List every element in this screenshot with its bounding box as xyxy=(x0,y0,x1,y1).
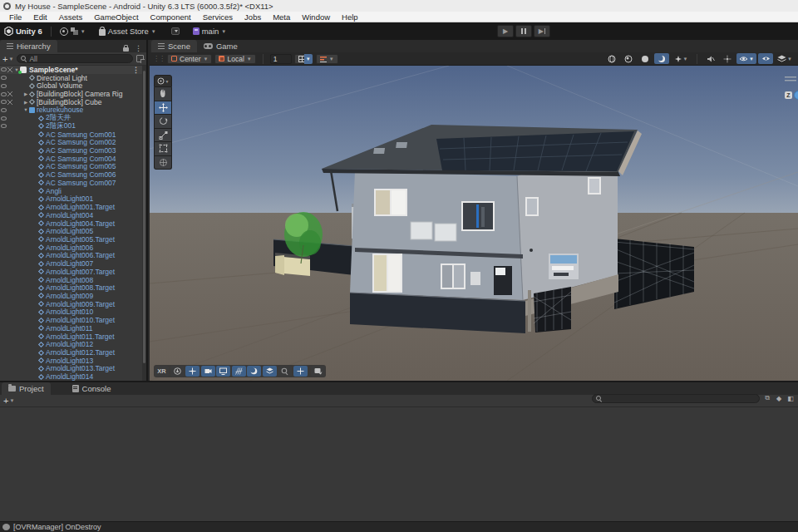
hand-tool-button[interactable] xyxy=(154,87,172,101)
menu-item-component[interactable]: Component xyxy=(145,12,197,22)
hierarchy-item[interactable]: ArnoldLight001.Target xyxy=(0,203,146,211)
axis-z-handle[interactable] xyxy=(794,91,798,100)
hierarchy-item[interactable]: ArnoldLight006 xyxy=(0,244,146,252)
hierarchy-item[interactable]: 2階床001 xyxy=(0,122,146,131)
hierarchy-item[interactable]: ArnoldLight014 xyxy=(0,372,146,381)
expand-arrow-icon[interactable]: ▼ xyxy=(22,107,29,112)
hierarchy-item[interactable]: Global Volume xyxy=(0,81,146,90)
move-tool-button[interactable] xyxy=(154,101,172,116)
create-object-button[interactable]: +▼ xyxy=(2,54,13,64)
hierarchy-item[interactable]: ArnoldLight005 xyxy=(0,227,146,235)
pick-toggle-icon[interactable] xyxy=(7,67,12,72)
hierarchy-item[interactable]: ArnoldLight011 xyxy=(0,324,146,332)
hierarchy-item[interactable]: ArnoldLight007.Target xyxy=(0,268,146,276)
eye-toggle-icon[interactable] xyxy=(1,100,7,104)
toolbar-grip[interactable]: ⋮⋮ xyxy=(153,55,165,62)
eye-toggle-icon[interactable] xyxy=(1,116,7,121)
eye-toggle-icon[interactable] xyxy=(1,67,7,71)
step-button[interactable]: ▶ xyxy=(534,25,550,37)
hierarchy-item[interactable]: AC Samsung Com006 xyxy=(0,170,146,179)
menu-item-window[interactable]: Window xyxy=(296,12,336,22)
scene-visibility-dropdown[interactable]: ▼ xyxy=(736,53,756,64)
audio-mute-toggle[interactable] xyxy=(703,53,718,64)
hierarchy-item[interactable]: ArnoldLight008.Target xyxy=(0,283,146,292)
scene-picker-icon[interactable] xyxy=(136,55,144,62)
account-button[interactable]: ▼ xyxy=(56,25,90,37)
hierarchy-item[interactable]: ArnoldLight010.Target xyxy=(0,316,146,324)
hierarchy-item[interactable]: ArnoldLight008 xyxy=(0,276,146,284)
eye-toggle-icon[interactable] xyxy=(1,124,7,128)
hierarchy-item[interactable]: ArnoldLight009.Target xyxy=(0,300,146,308)
menu-item-help[interactable]: Help xyxy=(336,12,364,22)
overlay-menu-icon[interactable] xyxy=(785,76,796,81)
hierarchy-item[interactable]: ArnoldLight011.Target xyxy=(0,332,146,341)
camera-overlay-button[interactable] xyxy=(201,366,215,377)
hierarchy-item[interactable]: ArnoldLight012 xyxy=(0,340,146,348)
version-control-workspace-button[interactable]: main ▼ xyxy=(189,25,231,37)
layers-overlay-button[interactable] xyxy=(263,366,277,377)
hierarchy-item[interactable]: ArnoldLight013.Target xyxy=(0,365,146,373)
hierarchy-item[interactable]: ArnoldLight013 xyxy=(0,357,146,365)
grid-visibility-button[interactable]: ▼ xyxy=(294,54,313,64)
menu-item-meta[interactable]: Meta xyxy=(267,12,296,22)
hierarchy-item[interactable]: AC Samsung Com003 xyxy=(0,146,146,155)
lighting-toggle[interactable] xyxy=(638,53,653,64)
package-manager-button[interactable] xyxy=(167,25,184,37)
orientation-mode-button[interactable]: Local ▼ xyxy=(214,54,255,64)
hierarchy-item[interactable]: ArnoldLight006.Target xyxy=(0,252,146,260)
display-overlay-button[interactable] xyxy=(216,366,230,377)
status-bar[interactable]: [OVRManager] OnDestroy xyxy=(0,521,798,532)
menu-item-file[interactable]: File xyxy=(3,12,27,22)
project-search-input[interactable] xyxy=(592,394,760,403)
shaded-mode-toggle[interactable] xyxy=(621,53,636,64)
hierarchy-search-input[interactable]: All xyxy=(17,54,133,63)
move-overlay-button[interactable] xyxy=(185,366,200,377)
hierarchy-item[interactable]: AC Samsung Com005 xyxy=(0,163,146,171)
scale-tool-button[interactable] xyxy=(154,129,172,143)
hierarchy-item[interactable]: AC Samsung Com002 xyxy=(0,138,146,146)
hierarchy-item[interactable]: ▶[BuildingBlock] Cube xyxy=(0,98,146,106)
transform-tool-button[interactable] xyxy=(154,156,172,170)
menu-item-gameobject[interactable]: GameObject xyxy=(88,12,144,22)
tab-game[interactable]: Game xyxy=(197,40,244,52)
unity-hub-button[interactable]: Unity 6 xyxy=(0,25,47,37)
hierarchy-menu-icon[interactable]: ⋮ xyxy=(135,44,142,52)
orientation-gizmo[interactable]: Z xyxy=(785,91,798,100)
effects-dropdown[interactable]: ▼ xyxy=(671,53,691,64)
search-by-label-icon[interactable]: ◧ xyxy=(786,394,795,402)
tab-scene[interactable]: Scene xyxy=(151,40,197,52)
flare-toggle[interactable] xyxy=(720,53,735,64)
play-button[interactable]: ▶ xyxy=(497,25,514,37)
search-by-type-icon[interactable]: ◆ xyxy=(775,394,783,402)
eye-toggle-icon[interactable] xyxy=(1,108,7,112)
tab-project[interactable]: Project xyxy=(2,382,51,395)
overlays-dropdown[interactable]: ▼ xyxy=(775,53,795,64)
pick-toggle-icon[interactable] xyxy=(7,91,12,96)
hierarchy-item[interactable]: ▼SampleScene*⋮ xyxy=(0,66,146,74)
expand-arrow-icon[interactable]: ▶ xyxy=(22,100,29,105)
grid-dropdown[interactable]: ▼ xyxy=(304,54,313,64)
menu-item-assets[interactable]: Assets xyxy=(53,12,89,22)
eye-toggle-icon[interactable] xyxy=(1,76,7,80)
snap-settings-button[interactable]: ▼ xyxy=(316,54,338,64)
hierarchy-item[interactable]: ArnoldLight005.Target xyxy=(0,235,146,244)
annotate-overlay-button[interactable] xyxy=(311,366,325,377)
lock-icon[interactable] xyxy=(123,47,129,52)
menu-item-services[interactable]: Services xyxy=(197,12,239,22)
hierarchy-item[interactable]: AC Samsung Com004 xyxy=(0,155,146,163)
pick-toggle-icon[interactable] xyxy=(7,100,12,105)
skybox-toggle[interactable] xyxy=(604,53,619,64)
hierarchy-item[interactable]: AC Samsung Com007 xyxy=(0,179,146,187)
hierarchy-item[interactable]: ArnoldLight004.Target xyxy=(0,219,146,228)
eye-toggle-icon[interactable] xyxy=(1,92,7,96)
hierarchy-item[interactable]: ArnoldLight004 xyxy=(0,211,146,219)
hierarchy-item[interactable]: Angli xyxy=(0,187,146,195)
menu-item-jobs[interactable]: Jobs xyxy=(239,12,267,22)
hierarchy-item[interactable]: ArnoldLight009 xyxy=(0,292,146,300)
pivot-mode-button[interactable]: Center ▼ xyxy=(167,54,212,64)
compass-button[interactable] xyxy=(170,366,185,377)
mesh-overlay-button[interactable] xyxy=(232,366,246,377)
create-asset-button[interactable]: +▼ xyxy=(3,396,14,406)
hierarchy-item[interactable]: ArnoldLight007 xyxy=(0,259,146,268)
scene-lighting-toggle[interactable] xyxy=(654,53,669,64)
